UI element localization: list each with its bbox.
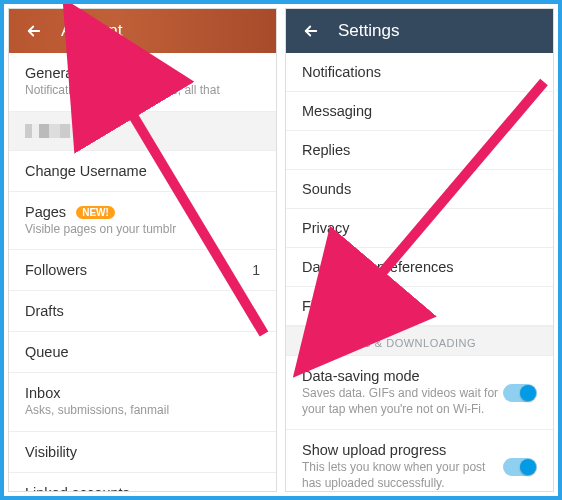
drafts-row[interactable]: Drafts — [9, 291, 276, 332]
replies-row[interactable]: Replies — [286, 131, 553, 170]
dashboard-row[interactable]: Dashboard preferences — [286, 248, 553, 287]
pages-label: Pages — [25, 204, 66, 220]
data-saving-toggle[interactable] — [503, 384, 537, 402]
queue-label: Queue — [25, 344, 69, 360]
account-header: Account — [9, 9, 276, 53]
inbox-sub: Asks, submissions, fanmail — [25, 403, 169, 419]
pages-row[interactable]: Pages NEW! Visible pages on your tumblr — [9, 192, 276, 251]
back-arrow-icon[interactable] — [300, 20, 322, 42]
blog-name-row[interactable] — [9, 112, 276, 151]
filtering-row[interactable]: Filtering — [286, 287, 553, 326]
data-saving-sub: Saves data. GIFs and videos wait for you… — [302, 386, 502, 417]
followers-label: Followers — [25, 262, 87, 278]
linked-accounts-row[interactable]: Linked accounts — [9, 473, 276, 491]
queue-row[interactable]: Queue — [9, 332, 276, 373]
visibility-row[interactable]: Visibility — [9, 432, 276, 473]
change-username-row[interactable]: Change Username — [9, 151, 276, 192]
privacy-label: Privacy — [302, 220, 350, 236]
blog-name-obscured — [25, 124, 95, 138]
settings-header: Settings — [286, 9, 553, 53]
general-settings-row[interactable]: General settings Notifications, sounds, … — [9, 53, 276, 112]
replies-label: Replies — [302, 142, 350, 158]
data-saving-row[interactable]: Data-saving mode Saves data. GIFs and vi… — [286, 356, 553, 430]
messaging-label: Messaging — [302, 103, 372, 119]
pages-sub: Visible pages on your tumblr — [25, 222, 176, 238]
drafts-label: Drafts — [25, 303, 64, 319]
inbox-row[interactable]: Inbox Asks, submissions, fanmail — [9, 373, 276, 432]
show-upload-label: Show upload progress — [302, 442, 502, 458]
change-username-label: Change Username — [25, 163, 147, 179]
settings-screen: Settings Notifications Messaging Replies… — [285, 8, 554, 492]
followers-count: 1 — [252, 262, 260, 278]
settings-list: Notifications Messaging Replies Sounds P… — [286, 53, 553, 491]
privacy-row[interactable]: Privacy — [286, 209, 553, 248]
notifications-label: Notifications — [302, 64, 381, 80]
account-screen: Account General settings Notifications, … — [8, 8, 277, 492]
filtering-label: Filtering — [302, 298, 354, 314]
show-upload-sub: This lets you know when your post has up… — [302, 460, 502, 491]
new-badge: NEW! — [76, 206, 115, 219]
uploading-section-header: UPLOADING & DOWNLOADING — [286, 326, 553, 356]
account-header-title: Account — [61, 21, 122, 41]
sounds-label: Sounds — [302, 181, 351, 197]
inbox-label: Inbox — [25, 385, 169, 401]
account-list: General settings Notifications, sounds, … — [9, 53, 276, 491]
settings-header-title: Settings — [338, 21, 399, 41]
visibility-label: Visibility — [25, 444, 77, 460]
general-settings-sub: Notifications, sounds, replies, all that — [25, 83, 220, 99]
messaging-row[interactable]: Messaging — [286, 92, 553, 131]
notifications-row[interactable]: Notifications — [286, 53, 553, 92]
linked-accounts-label: Linked accounts — [25, 485, 130, 491]
dashboard-label: Dashboard preferences — [302, 259, 454, 275]
sounds-row[interactable]: Sounds — [286, 170, 553, 209]
followers-row[interactable]: Followers 1 — [9, 250, 276, 291]
show-upload-row[interactable]: Show upload progress This lets you know … — [286, 430, 553, 491]
show-upload-toggle[interactable] — [503, 458, 537, 476]
back-arrow-icon[interactable] — [23, 20, 45, 42]
general-settings-label: General settings — [25, 65, 220, 81]
data-saving-label: Data-saving mode — [302, 368, 502, 384]
